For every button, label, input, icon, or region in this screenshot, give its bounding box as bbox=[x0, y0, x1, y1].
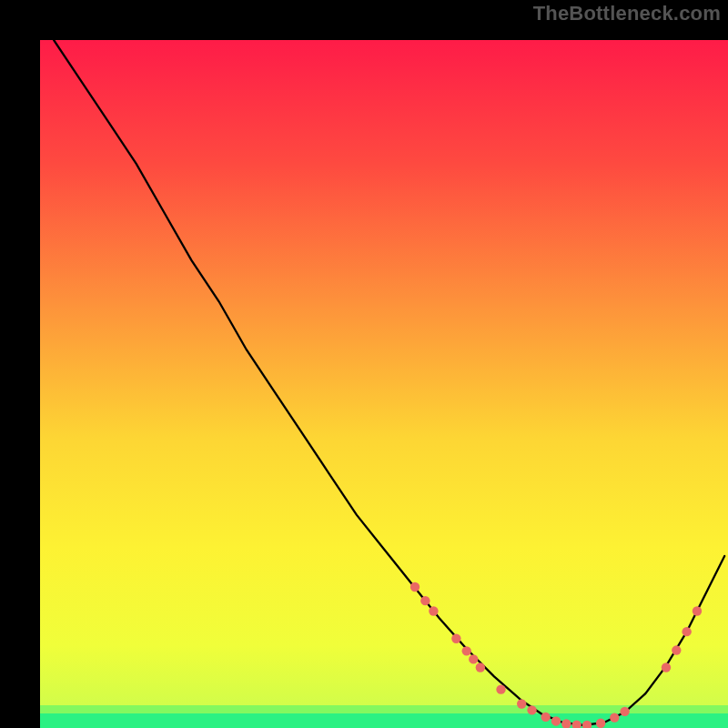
curve-marker bbox=[551, 716, 561, 725]
curve-marker bbox=[662, 662, 671, 672]
curve-marker bbox=[693, 606, 702, 615]
chart-svg bbox=[40, 40, 728, 728]
curve-marker bbox=[541, 713, 550, 722]
curve-marker bbox=[469, 654, 478, 663]
curve-marker bbox=[672, 645, 681, 654]
curve-marker bbox=[517, 699, 526, 708]
curve-marker bbox=[527, 705, 536, 714]
curve-marker bbox=[620, 707, 629, 716]
curve-marker bbox=[429, 606, 438, 615]
curve-marker bbox=[476, 662, 485, 672]
chart-frame bbox=[20, 20, 708, 708]
curve-marker bbox=[462, 646, 471, 655]
curve-marker bbox=[451, 634, 460, 643]
watermark-text: TheBottleneck.com bbox=[533, 2, 721, 25]
chart-background bbox=[40, 40, 728, 728]
curve-marker bbox=[496, 684, 505, 693]
curve-marker bbox=[610, 713, 619, 722]
curve-marker bbox=[596, 719, 605, 728]
curve-marker bbox=[410, 582, 420, 592]
curve-marker bbox=[682, 627, 691, 636]
curve-marker bbox=[420, 596, 430, 605]
